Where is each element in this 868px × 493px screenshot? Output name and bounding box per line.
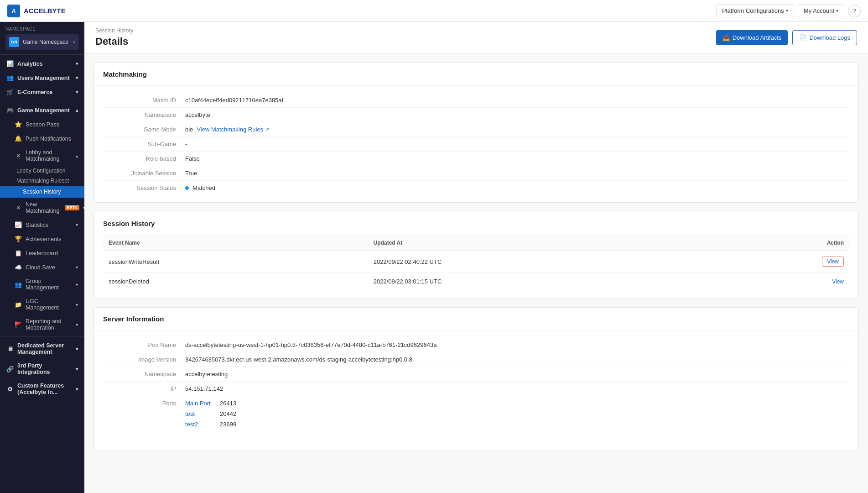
sidebar-sub-lobby-config[interactable]: Lobby Configuration	[0, 166, 84, 176]
ecommerce-label: E-Commerce	[17, 89, 52, 95]
season-pass-icon: ⭐	[15, 121, 22, 128]
group-icon: 👥	[15, 281, 22, 288]
reporting-icon: 🚩	[15, 321, 22, 328]
achievements-icon: 🏆	[15, 236, 22, 242]
reporting-arrow: ▾	[76, 322, 78, 327]
view-matchmaking-rules-link[interactable]: View Matchmaking Rules ↗	[197, 126, 269, 133]
sidebar-sub-session-history[interactable]: Session History	[0, 186, 84, 198]
cloud-save-icon: ☁️	[15, 264, 22, 271]
sidebar-item-reporting[interactable]: 🚩 Reporting and Moderation ▾	[0, 315, 84, 335]
action-2: View	[708, 273, 849, 291]
analytics-label: Analytics	[17, 61, 43, 67]
sidebar-item-custom-features[interactable]: ⚙ Custom Features (Accelbyte In... ▾	[0, 379, 84, 399]
updated-at-2: 2022/09/22 03:01:15 UTC	[368, 273, 709, 291]
sidebar-item-lobby-matchmaking[interactable]: ✕ Lobby and Matchmaking ▴	[0, 146, 84, 166]
ugc-label: UGC Management	[26, 298, 72, 311]
sidebar-item-achievements[interactable]: 🏆 Achievements	[0, 232, 84, 246]
help-button[interactable]: ?	[848, 5, 861, 17]
brand-name: ACCELBYTE	[24, 7, 66, 15]
dedicated-server-label: Dedicated Server Management	[17, 342, 72, 355]
download-artifacts-icon: 📥	[722, 34, 730, 41]
session-status-row: Session Status Matched	[103, 181, 849, 195]
platform-config-dropdown[interactable]: Platform Configurations ▾	[716, 4, 794, 17]
action-1: View	[708, 251, 849, 273]
sidebar-item-game-management[interactable]: 🎮 Game Management ▴	[0, 103, 84, 117]
match-id-value: c10af44eceff4ed09211710ea7e385af	[185, 97, 849, 104]
ports-row: Ports Main Port 26413 test 20442	[103, 396, 849, 433]
session-status-text: Matched	[192, 184, 215, 191]
sub-game-row: Sub-Game -	[103, 137, 849, 152]
sidebar-item-push-notifications[interactable]: 🔔 Push Notifications	[0, 131, 84, 146]
cloud-save-arrow: ▾	[76, 265, 78, 270]
session-history-table-wrapper: Event Name Updated At Action sessionWrit…	[94, 235, 858, 298]
sidebar-item-group-management[interactable]: 👥 Group Management ▾	[0, 274, 84, 294]
content-header: Session History Details 📥 Download Artif…	[84, 22, 868, 53]
3rd-party-label: 3rd Party Integrations	[17, 362, 72, 375]
custom-features-icon: ⚙	[6, 386, 14, 393]
port-item-test2: test2 23699	[185, 421, 236, 428]
3rd-party-arrow: ▾	[76, 367, 78, 372]
port-item-main: Main Port 26413	[185, 400, 236, 407]
group-arrow: ▾	[76, 282, 78, 287]
sidebar-item-season-pass[interactable]: ⭐ Season Pass	[0, 117, 84, 131]
session-history-title: Session History	[94, 212, 858, 235]
pod-name-row: Pod Name ds-accelbytetesting-us-west-1-h…	[103, 338, 849, 352]
game-mode-text: bie	[185, 126, 193, 133]
download-logs-button[interactable]: 📄 Download Logs	[792, 30, 857, 45]
view-button-2[interactable]: View	[832, 278, 844, 285]
server-info-grid: Pod Name ds-accelbytetesting-us-west-1-h…	[94, 330, 858, 441]
statistics-arrow: ▾	[76, 222, 78, 227]
port-test2-value: 23699	[220, 421, 236, 428]
sidebar-item-3rd-party[interactable]: 🔗 3rd Party Integrations ▾	[0, 359, 84, 379]
header-left: Session History Details	[95, 27, 133, 47]
download-artifacts-label: Download Artifacts	[733, 34, 782, 41]
sidebar-item-ecommerce[interactable]: 🛒 E-Commerce ▾	[0, 85, 84, 99]
col-updated-at: Updated At	[368, 235, 709, 251]
server-namespace-label: Namespace	[103, 371, 185, 378]
sidebar-item-ugc[interactable]: 📁 UGC Management ▾	[0, 294, 84, 315]
ugc-icon: 📁	[15, 301, 22, 308]
new-matchmaking-icon: ✕	[15, 205, 22, 211]
ip-label: IP	[103, 385, 185, 392]
namespace-select[interactable]: GN Game Namespace ▾	[5, 34, 79, 50]
server-info-section: Server Information Pod Name ds-accelbyte…	[94, 307, 859, 450]
download-artifacts-button[interactable]: 📥 Download Artifacts	[716, 30, 788, 45]
top-nav: A ACCELBYTE Platform Configurations ▾ My…	[0, 0, 868, 22]
download-logs-label: Download Logs	[809, 34, 850, 41]
download-logs-icon: 📄	[799, 34, 806, 41]
sidebar-item-cloud-save[interactable]: ☁️ Cloud Save ▾	[0, 260, 84, 274]
sidebar: NAMESPACE GN Game Namespace ▾ 📊 Analytic…	[0, 22, 84, 493]
view-button-1[interactable]: View	[822, 257, 844, 267]
image-version-row: Image Version 342674635073.dkr.ecr.us-we…	[103, 352, 849, 367]
sidebar-item-new-matchmaking[interactable]: ✕ New Matchmaking BETA ▾	[0, 198, 84, 218]
account-chevron: ▾	[836, 8, 838, 13]
sidebar-sub-matchmaking-ruleset[interactable]: Matchmaking Ruleset	[0, 176, 84, 186]
match-id-row: Match ID c10af44eceff4ed09211710ea7e385a…	[103, 93, 849, 108]
account-dropdown[interactable]: My Account ▾	[798, 4, 844, 17]
matchmaking-grid: Match ID c10af44eceff4ed09211710ea7e385a…	[94, 86, 858, 202]
sidebar-item-analytics[interactable]: 📊 Analytics ▾	[0, 57, 84, 71]
ports-container: Main Port 26413 test 20442 test2 23699	[185, 400, 236, 430]
game-mode-label: Game Mode	[103, 126, 185, 133]
breadcrumb: Session History	[95, 27, 133, 34]
divider-2	[0, 336, 84, 337]
game-management-label: Game Management	[17, 107, 70, 114]
event-name-1: sessionWriteResult	[103, 251, 368, 273]
users-icon: 👥	[6, 74, 14, 81]
statistics-icon: 📈	[15, 221, 22, 228]
sidebar-item-leaderboard[interactable]: 📋 Leaderboard	[0, 246, 84, 260]
port-test2-name: test2	[185, 421, 213, 428]
ports-label: Ports	[103, 400, 185, 407]
matchmaking-ruleset-label: Matchmaking Ruleset	[16, 178, 69, 184]
sidebar-item-dedicated-server[interactable]: 🖥 Dedicated Server Management ▾	[0, 339, 84, 359]
leaderboard-icon: 📋	[15, 250, 22, 257]
lobby-label: Lobby and Matchmaking	[26, 149, 72, 162]
new-matchmaking-arrow: ▾	[83, 205, 84, 210]
sidebar-item-statistics[interactable]: 📈 Statistics ▾	[0, 218, 84, 232]
ip-value: 54.151.71.142	[185, 385, 849, 392]
pod-name-value: ds-accelbytetesting-us-west-1-hp01-hp0.8…	[185, 341, 849, 348]
view-matchmaking-link-text: View Matchmaking Rules	[197, 126, 263, 133]
sidebar-item-users[interactable]: 👥 Users Management ▾	[0, 71, 84, 85]
lobby-arrow: ▴	[76, 153, 78, 158]
sub-game-label: Sub-Game	[103, 141, 185, 147]
